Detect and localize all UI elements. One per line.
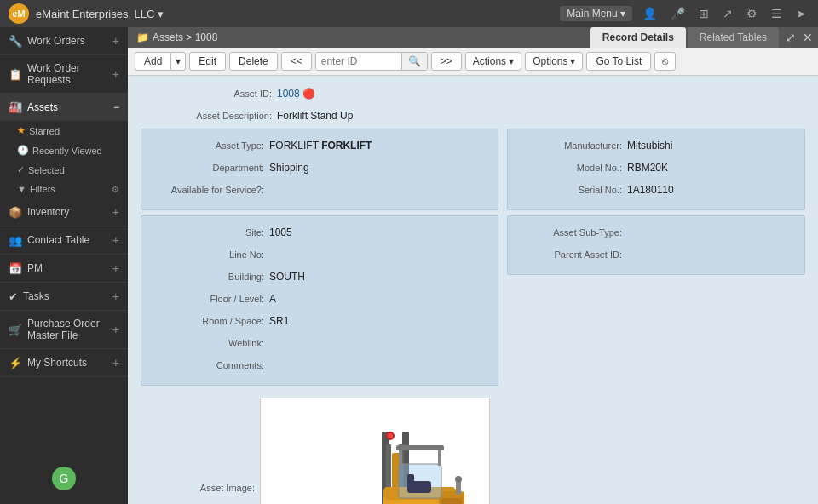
dept-value: Shipping bbox=[269, 162, 309, 174]
asset-image-label: Asset Image: bbox=[141, 483, 260, 493]
lineno-row: Line No: bbox=[150, 245, 489, 264]
parent-row: Parent Asset ID: bbox=[516, 245, 796, 264]
tab-expand-button[interactable]: ⤢ bbox=[784, 29, 798, 46]
check-icon: ✓ bbox=[17, 164, 25, 175]
inventory-expand[interactable]: + bbox=[112, 205, 119, 219]
options-label: Options bbox=[533, 55, 567, 67]
sidebar-item-recently-viewed[interactable]: 🕐 Recently Viewed bbox=[0, 140, 128, 160]
prev-button[interactable]: << bbox=[281, 52, 312, 71]
sidebar: 🔧 Work Orders + 📋 Work Order Requests + … bbox=[0, 27, 128, 504]
building-label: Building: bbox=[150, 272, 269, 282]
asset-id-value[interactable]: 1008 🔴 bbox=[277, 88, 315, 100]
work-orders-icon: 🔧 bbox=[9, 35, 22, 48]
weblink-row: Weblink: bbox=[150, 334, 489, 352]
site-row: Site: 1005 bbox=[150, 223, 489, 242]
room-row: Room / Space: SR1 bbox=[150, 312, 489, 330]
add-button[interactable]: Add bbox=[135, 52, 170, 71]
grid-icon[interactable]: ⊞ bbox=[695, 5, 712, 22]
sidebar-item-assets[interactable]: 🏭 Assets − bbox=[0, 94, 128, 121]
go-to-list-button[interactable]: Go To List bbox=[586, 52, 651, 71]
top-bar: eM eMaint Enterprises, LLC ▾ Main Menu ▾… bbox=[0, 0, 818, 27]
building-value: SOUTH bbox=[269, 271, 305, 283]
site-form-section: Site: 1005 Line No: Building: SOUTH F bbox=[141, 215, 498, 386]
sidebar-item-work-orders[interactable]: 🔧 Work Orders + bbox=[0, 27, 128, 55]
list-icon[interactable]: ☰ bbox=[768, 5, 786, 22]
delete-button[interactable]: Delete bbox=[229, 52, 278, 71]
svg-rect-11 bbox=[441, 498, 462, 504]
actions-dropdown[interactable]: Actions ▾ bbox=[465, 52, 521, 71]
asset-desc-label: Asset Description: bbox=[141, 111, 277, 121]
tab-record-details[interactable]: Record Details bbox=[590, 27, 686, 48]
sidebar-item-selected[interactable]: ✓ Selected bbox=[0, 160, 128, 180]
site-value: 1005 bbox=[269, 226, 292, 238]
site-label: Site: bbox=[150, 227, 269, 238]
add-dropdown-button[interactable]: ▾ bbox=[170, 52, 186, 71]
room-label: Room / Space: bbox=[150, 316, 269, 326]
edit-button[interactable]: Edit bbox=[189, 52, 226, 71]
share-icon[interactable]: ↗ bbox=[719, 5, 736, 22]
right-form-section: Manufacturer: Mitsubishi Model No.: RBM2… bbox=[507, 129, 805, 210]
asset-image-container bbox=[260, 398, 490, 504]
available-row: Available for Service?: bbox=[150, 180, 489, 199]
tab-related-tables[interactable]: Related Tables bbox=[688, 27, 779, 48]
asset-type-value: FORKLIFT FORKLIFT bbox=[269, 140, 372, 152]
dept-label: Department: bbox=[150, 163, 269, 173]
manufacturer-value: Mitsubishi bbox=[627, 140, 672, 152]
svg-rect-16 bbox=[438, 449, 441, 466]
sidebar-item-work-order-requests[interactable]: 📋 Work Order Requests + bbox=[0, 55, 128, 94]
svg-point-33 bbox=[455, 476, 462, 483]
sidebar-item-contact-table[interactable]: 👥 Contact Table + bbox=[0, 226, 128, 255]
contact-expand[interactable]: + bbox=[112, 233, 119, 247]
model-row: Model No.: RBM20K bbox=[516, 158, 796, 177]
comments-row: Comments: bbox=[150, 356, 489, 375]
app-title[interactable]: eMaint Enterprises, LLC ▾ bbox=[36, 8, 164, 20]
shortcuts-expand[interactable]: + bbox=[112, 356, 119, 369]
tab-close-button[interactable]: ✕ bbox=[801, 29, 815, 46]
filters-settings-icon[interactable]: ⚙ bbox=[112, 185, 119, 194]
po-expand[interactable]: + bbox=[112, 323, 119, 336]
asset-desc-value: Forklift Stand Up bbox=[277, 110, 353, 122]
folder-icon: 📁 bbox=[136, 32, 149, 43]
gear-icon[interactable]: ⚙ bbox=[743, 5, 761, 22]
model-label: Model No.: bbox=[516, 163, 627, 173]
person-icon[interactable]: 👤 bbox=[639, 5, 660, 22]
asset-desc-row: Asset Description: Forklift Stand Up bbox=[141, 106, 805, 125]
green-action-button[interactable]: G bbox=[52, 467, 76, 490]
sidebar-item-my-shortcuts[interactable]: ⚡ My Shortcuts + bbox=[0, 349, 128, 377]
mic-icon[interactable]: 🎤 bbox=[667, 5, 688, 22]
floor-value: A bbox=[269, 293, 276, 305]
id-search-input[interactable] bbox=[316, 53, 401, 70]
options-dropdown[interactable]: Options ▾ bbox=[525, 52, 583, 71]
serial-value: 1A180110 bbox=[627, 184, 674, 196]
lineno-label: Line No: bbox=[150, 249, 269, 260]
left-form-section: Asset Type: FORKLIFT FORKLIFT Department… bbox=[141, 129, 498, 210]
serial-label: Serial No.: bbox=[516, 185, 627, 195]
shortcuts-icon: ⚡ bbox=[9, 357, 22, 369]
tasks-expand[interactable]: + bbox=[112, 289, 119, 303]
sidebar-item-tasks[interactable]: ✔ Tasks + bbox=[0, 283, 128, 311]
id-search-button[interactable]: 🔍 bbox=[401, 53, 427, 70]
weblink-label: Weblink: bbox=[150, 338, 269, 348]
svg-rect-14 bbox=[407, 474, 414, 491]
svg-rect-17 bbox=[396, 445, 444, 450]
work-orders-expand[interactable]: + bbox=[112, 34, 119, 48]
star-icon: ★ bbox=[17, 125, 26, 136]
dept-row: Department: Shipping bbox=[150, 158, 489, 177]
assets-collapse[interactable]: − bbox=[113, 101, 119, 113]
sidebar-item-starred[interactable]: ★ Starred bbox=[0, 121, 128, 140]
share-button[interactable]: ⎋ bbox=[654, 52, 676, 71]
pm-expand[interactable]: + bbox=[112, 261, 119, 275]
next-button[interactable]: >> bbox=[431, 52, 462, 71]
sidebar-item-pm[interactable]: 📅 PM + bbox=[0, 255, 128, 283]
svg-rect-15 bbox=[399, 449, 402, 466]
wr-expand[interactable]: + bbox=[112, 67, 119, 81]
sidebar-item-inventory[interactable]: 📦 Inventory + bbox=[0, 198, 128, 226]
po-icon: 🛒 bbox=[9, 324, 22, 336]
sidebar-item-purchase-order[interactable]: 🛒 Purchase Order Master File + bbox=[0, 311, 128, 349]
tabs-bar: Record Details Related Tables ⤢ ✕ bbox=[590, 27, 818, 48]
main-menu-button[interactable]: Main Menu ▾ bbox=[560, 6, 632, 21]
sidebar-item-filters[interactable]: ▼ Filters ⚙ bbox=[0, 180, 128, 198]
send-icon[interactable]: ➤ bbox=[792, 5, 809, 22]
sub-type-label: Asset Sub-Type: bbox=[516, 227, 627, 238]
manufacturer-label: Manufacturer: bbox=[516, 140, 627, 151]
